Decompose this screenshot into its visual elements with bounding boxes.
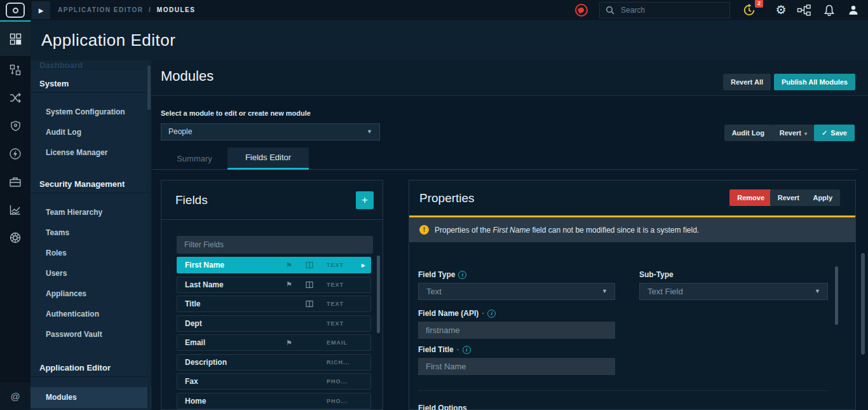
field-name-label: Fax <box>185 377 286 386</box>
org-tree-icon <box>797 4 812 17</box>
fields-panel-header: Fields + <box>161 181 383 220</box>
integrations-tree-icon[interactable] <box>796 3 813 18</box>
audit-log-button[interactable]: Audit Log <box>724 125 772 141</box>
properties-scrollbar[interactable] <box>835 266 838 325</box>
save-button-label: Save <box>831 129 847 137</box>
sidebar-item-audit-log[interactable]: Audit Log <box>31 122 151 142</box>
field-list-item-description[interactable]: Description RICH... <box>177 354 371 371</box>
field-type-badge: TEXT <box>327 301 356 307</box>
filter-fields-input[interactable] <box>177 236 373 254</box>
field-list-item-home[interactable]: Home PHO... <box>177 393 371 409</box>
breadcrumb-parent[interactable]: APPLICATION EDITOR <box>58 6 143 13</box>
add-field-button[interactable]: + <box>356 191 374 209</box>
revert-field-button[interactable]: Revert <box>770 189 807 206</box>
revert-button-label: Revert <box>780 129 801 137</box>
field-title-input[interactable] <box>418 358 615 375</box>
field-name-label: First Name <box>185 261 286 270</box>
rail-item-automation[interactable] <box>0 140 31 168</box>
info-icon[interactable]: i <box>463 346 471 354</box>
sidebar-divider <box>31 92 151 93</box>
notification-count-badge: 2 <box>755 0 763 8</box>
wheel-globe-icon <box>9 231 22 244</box>
properties-panel: Properties Remove Revert Apply ! Propert… <box>409 180 856 410</box>
settings-gear-icon[interactable]: ⚙ <box>773 3 789 18</box>
rail-item-workflow[interactable] <box>0 84 31 112</box>
sidebar-scrollbar-track[interactable] <box>147 60 151 410</box>
breadcrumb: APPLICATION EDITOR / MODULES <box>58 0 195 20</box>
chevron-down-icon: ▼ <box>815 284 820 299</box>
sub-type-select[interactable]: Text Field ▼ <box>639 283 828 300</box>
sidebar-item-team-hierarchy[interactable]: Team Hierarchy <box>31 202 151 222</box>
search-input[interactable] <box>620 5 721 15</box>
sidebar-item-teams[interactable]: Teams <box>31 222 151 243</box>
sidebar-item-system-configuration[interactable]: System Configuration <box>31 102 151 122</box>
rail-item-cases[interactable] <box>0 168 31 196</box>
field-type-badge: TEXT <box>327 320 356 327</box>
field-list-item-first-name[interactable]: First Name ⚑ TEXT ▶ <box>177 257 371 273</box>
field-name-label: Description <box>185 358 286 367</box>
sidebar-scrollbar-thumb[interactable] <box>147 65 151 110</box>
field-list-item-last-name[interactable]: Last Name ⚑ TEXT <box>177 277 371 293</box>
fields-list-scrollbar[interactable] <box>377 256 380 333</box>
sidebar-item-users[interactable]: Users <box>31 263 151 284</box>
field-list-item-dept[interactable]: Dept TEXT <box>177 315 371 332</box>
revert-all-button[interactable]: Revert All <box>723 74 771 90</box>
sidebar-item-license-manager[interactable]: License Manager <box>31 142 151 163</box>
fields-list: First Name ⚑ TEXT ▶ Last Name ⚑ TEXT Tit… <box>177 257 371 410</box>
at-icon: @ <box>10 391 20 402</box>
rail-item-dashboards[interactable] <box>0 20 31 56</box>
field-type-select[interactable]: Text ▼ <box>418 283 615 300</box>
revert-button[interactable]: Revert▾ <box>772 125 815 141</box>
rail-item-mentions[interactable]: @ <box>0 381 31 410</box>
window-scrollbar-thumb[interactable] <box>861 253 865 355</box>
remove-field-button[interactable]: Remove <box>729 189 772 206</box>
rail-item-applications[interactable] <box>0 56 31 84</box>
field-options-label: Field Options <box>418 404 467 410</box>
field-name-label: Dept <box>185 319 286 328</box>
line-chart-icon <box>9 203 22 216</box>
sidebar-item-modules[interactable]: Modules <box>31 387 151 408</box>
publish-all-modules-button[interactable]: Publish All Modules <box>774 74 855 90</box>
field-title-label: Field Title · i <box>418 345 471 354</box>
sidebar-item-dashboard[interactable]: Dashboard <box>31 60 151 70</box>
sidebar-item-authentication[interactable]: Authentication <box>31 304 151 324</box>
field-name-label: Home <box>185 397 286 406</box>
field-name-api-input[interactable] <box>418 322 615 339</box>
module-select[interactable]: People ▼ <box>161 123 380 140</box>
field-list-item-email[interactable]: Email ⚑ EMAIL <box>177 334 371 351</box>
sub-type-value: Text Field <box>648 287 683 296</box>
sidebar-item-appliances[interactable]: Appliances <box>31 284 151 304</box>
tab-summary[interactable]: Summary <box>163 147 226 170</box>
rail-item-global[interactable] <box>0 224 31 252</box>
field-type-badge: PHO... <box>327 378 356 385</box>
flag-icon: ⚑ <box>286 262 306 269</box>
fields-panel: Fields + First Name ⚑ TEXT ▶ Last Name ⚑… <box>161 180 383 410</box>
rail-item-reports[interactable] <box>0 196 31 224</box>
tab-fields-editor[interactable]: Fields Editor <box>227 147 309 170</box>
info-icon[interactable]: i <box>458 271 466 279</box>
columns-icon <box>306 261 327 269</box>
dashboard-grid-icon <box>10 33 22 45</box>
shuffle-icon <box>9 92 22 104</box>
field-type-badge: TEXT <box>327 262 356 268</box>
sidebar-item-password-vault[interactable]: Password Vault <box>31 324 151 345</box>
play-icon: ▶ <box>39 7 44 14</box>
pending-jobs-icon[interactable]: 2 <box>741 3 757 18</box>
apply-field-button[interactable]: Apply <box>805 189 840 206</box>
connection-status-icon[interactable] <box>575 4 588 17</box>
search-box[interactable] <box>599 2 730 18</box>
user-profile-icon[interactable] <box>846 3 861 18</box>
sidebar-item-roles[interactable]: Roles <box>31 243 151 263</box>
field-list-item-fax[interactable]: Fax PHO... <box>177 373 371 390</box>
shield-icon <box>10 120 22 132</box>
save-button[interactable]: ✓Save <box>814 125 855 141</box>
app-logo-icon[interactable] <box>6 3 25 18</box>
required-marker: · <box>482 309 484 318</box>
field-list-item-title[interactable]: Title TEXT <box>177 296 371 312</box>
columns-icon <box>306 281 327 289</box>
notifications-bell-icon[interactable] <box>822 3 837 18</box>
rail-item-security[interactable] <box>0 112 31 140</box>
breadcrumb-play-button[interactable]: ▶ <box>32 1 50 19</box>
info-icon[interactable]: i <box>487 310 496 318</box>
columns-icon <box>306 300 327 308</box>
